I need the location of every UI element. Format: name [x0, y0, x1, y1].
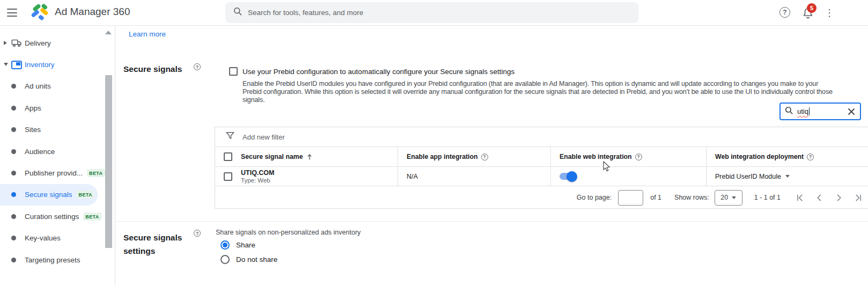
truck-icon — [11, 37, 23, 49]
add-filter-placeholder[interactable]: Add new filter — [242, 133, 285, 141]
global-search-bar[interactable] — [225, 2, 638, 23]
signal-type: Type: Web — [241, 177, 275, 184]
page-number-input[interactable] — [618, 190, 643, 206]
help-icon[interactable] — [194, 63, 201, 70]
radio-option-share[interactable]: Share — [220, 240, 255, 250]
signal-search-input[interactable]: utiq — [797, 107, 808, 115]
signal-name: UTIQ.COM — [241, 169, 275, 177]
sidebar-item-label: Curation settings — [25, 213, 79, 221]
secure-signals-table: Add new filter Secure signal name Enable… — [215, 127, 868, 209]
chevron-down-icon[interactable] — [4, 63, 8, 66]
table-filter-row[interactable]: Add new filter — [215, 127, 868, 147]
bullet-icon — [11, 171, 16, 176]
sidebar-item-label: Publisher provid... — [25, 169, 83, 177]
deployment-dropdown[interactable]: Prebid UserID Module — [715, 173, 790, 180]
beta-badge: BETA — [77, 191, 94, 199]
row-range-label: 1 - 1 of 1 — [754, 194, 781, 201]
help-icon[interactable] — [779, 7, 790, 18]
prebid-config-checkbox[interactable] — [229, 67, 238, 76]
radio-unselected-icon[interactable] — [220, 255, 230, 264]
ad-manager-logo — [30, 3, 50, 25]
sidebar-item-sites[interactable]: Sites — [0, 119, 115, 141]
app-integration-value: N/A — [407, 173, 418, 180]
bullet-icon — [11, 236, 16, 240]
sidebar-item-publisher-provided[interactable]: Publisher provid... BETA — [0, 162, 115, 184]
bullet-icon — [11, 192, 16, 197]
sidebar-item-label: Ad units — [25, 82, 51, 90]
web-integration-toggle[interactable] — [560, 173, 576, 180]
table-pagination: Go to page: of 1 Show rows: 20 1 - 1 of … — [215, 186, 868, 209]
chevron-down-icon — [732, 196, 736, 199]
sidebar-item-curation-settings[interactable]: Curation settings BETA — [0, 206, 115, 227]
sidebar-item-label: Delivery — [25, 39, 51, 47]
filter-funnel-icon — [225, 131, 235, 143]
hamburger-icon[interactable] — [7, 9, 18, 17]
sidebar-item-audience[interactable]: Audience — [0, 141, 115, 162]
sidebar-item-label: Key-values — [25, 234, 61, 242]
radio-option-do-not-share[interactable]: Do not share — [220, 255, 277, 264]
sidebar-item-label: Targeting presets — [25, 256, 80, 264]
notification-badge: 5 — [807, 3, 816, 13]
kebab-menu-icon[interactable] — [825, 6, 833, 20]
signal-search-box[interactable]: utiq — [779, 103, 861, 120]
section-divider — [115, 221, 868, 222]
bullet-icon — [11, 127, 16, 132]
bullet-icon — [11, 214, 16, 219]
first-page-icon[interactable] — [796, 193, 805, 202]
sidebar-scrollbar[interactable] — [105, 75, 112, 248]
sidebar-item-key-values[interactable]: Key-values — [0, 228, 115, 249]
bullet-icon — [11, 258, 16, 262]
beta-badge: BETA — [87, 169, 105, 177]
column-header-app-integration[interactable]: Enable app integration — [407, 153, 488, 160]
prev-page-icon[interactable] — [815, 193, 824, 202]
sidebar-item-label: Audience — [25, 148, 55, 156]
sort-ascending-icon — [306, 154, 313, 160]
search-icon — [785, 106, 793, 117]
sidebar-item-label: Inventory — [25, 61, 55, 69]
share-signals-group-label: Share signals on non-personalized ads in… — [216, 229, 361, 236]
radio-selected-icon[interactable] — [220, 240, 230, 250]
sidebar-item-delivery[interactable]: Delivery — [0, 32, 115, 54]
sidebar-item-label: Apps — [25, 104, 41, 112]
column-header-secure-signal-name[interactable]: Secure signal name — [241, 153, 313, 160]
help-icon[interactable] — [635, 154, 642, 160]
bullet-icon — [11, 106, 16, 111]
app-title: Ad Manager 360 — [55, 6, 130, 18]
row-checkbox[interactable] — [224, 172, 232, 181]
show-rows-select[interactable]: 20 — [715, 190, 742, 206]
next-page-icon[interactable] — [834, 193, 843, 202]
secure-signals-settings-heading: Secure signals settings — [123, 231, 196, 258]
main-content: Learn more Secure signals Use your Prebi… — [115, 26, 868, 285]
global-search-input[interactable] — [248, 9, 597, 17]
sidebar-item-apps[interactable]: Apps — [0, 97, 115, 119]
help-icon[interactable] — [807, 154, 814, 160]
sidebar-item-ad-units[interactable]: Ad units — [0, 76, 115, 97]
chevron-down-icon — [785, 175, 790, 178]
sidebar-item-targeting-presets[interactable]: Targeting presets — [0, 249, 115, 271]
beta-badge: BETA — [83, 213, 101, 221]
sidebar-item-label: Secure signals — [25, 191, 72, 199]
learn-more-link[interactable]: Learn more — [129, 30, 166, 38]
prebid-config-description: Enable the Prebid UserID modules you hav… — [242, 80, 838, 104]
column-header-web-integration[interactable]: Enable web integration — [560, 153, 642, 160]
close-icon[interactable] — [847, 107, 856, 116]
bullet-icon — [11, 149, 16, 154]
inventory-icon — [11, 59, 23, 71]
bullet-icon — [11, 84, 16, 89]
page-count-label: of 1 — [650, 194, 661, 201]
chevron-right-icon[interactable] — [4, 41, 7, 45]
help-icon[interactable] — [481, 154, 488, 160]
secure-signals-heading: Secure signals — [123, 62, 182, 76]
table-header-row: Secure signal name Enable app integratio… — [215, 147, 868, 167]
sidebar-nav: Delivery Inventory Ad units Apps Sites A… — [0, 26, 115, 285]
text-caret — [809, 107, 810, 115]
sidebar-item-inventory[interactable]: Inventory — [0, 54, 115, 75]
show-rows-label: Show rows: — [674, 194, 709, 201]
column-header-web-deployment[interactable]: Web integration deployment — [715, 153, 814, 160]
search-icon — [233, 7, 242, 18]
select-all-checkbox[interactable] — [224, 152, 232, 161]
top-bar: Ad Manager 360 5 — [0, 0, 868, 26]
sidebar-item-secure-signals[interactable]: Secure signals BETA — [0, 184, 98, 206]
last-page-icon[interactable] — [854, 193, 863, 202]
help-icon[interactable] — [194, 230, 201, 237]
